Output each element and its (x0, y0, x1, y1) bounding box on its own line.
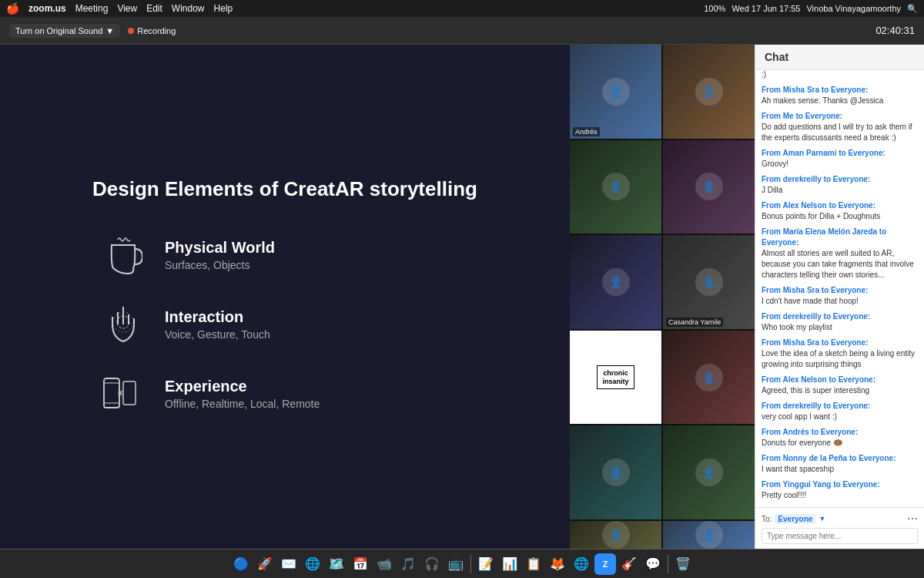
video-cell-andres: 👤 Andrés (570, 45, 661, 139)
participant-name-casandra: Casandra Yamile (666, 318, 723, 327)
chat-message: From Alex Nelson to Everyone:Bonus point… (762, 200, 918, 222)
chat-message: From Alex Nelson to Everyone:Agreed, thi… (762, 375, 918, 396)
chat-recipient-dropdown[interactable]: Everyone (775, 514, 815, 524)
chat-more-button[interactable]: ⋯ (907, 512, 918, 525)
dock-zoom[interactable]: Z (594, 553, 616, 575)
chat-message: From Nonny de la Peña to Everyone:I want… (762, 453, 918, 475)
dock-excel[interactable]: 📊 (499, 553, 521, 575)
video-cell-casandra: 👤 Casandra Yamile (663, 235, 755, 329)
chat-message: From derekreilly to Everyone:Who took my… (762, 311, 918, 333)
video-cell-p10: 👤 (663, 425, 755, 519)
phone-icon (100, 371, 146, 417)
message-text: very cool app I want :) (762, 412, 918, 422)
dock-music[interactable]: 🎵 (397, 553, 419, 575)
slide-title: Design Elements of CreatAR storytelling (92, 177, 477, 201)
message-text: @misha Good question! We found experienc… (762, 70, 918, 80)
message-text: Love the idea of a sketch being a living… (762, 348, 918, 370)
menu-edit[interactable]: Edit (146, 3, 162, 14)
message-sender: From Andrés to Everyone: (762, 427, 918, 438)
apple-menu[interactable]: 🍎 (6, 2, 19, 15)
chat-message: From derekreilly to Everyone:J Dilla (762, 174, 918, 196)
chat-message: From Jessica Hammer to Everyone:@misha G… (762, 70, 918, 80)
video-grid: 👤 Andrés 👤 👤 👤 👤 👤 Casandra Yamile chron… (570, 45, 755, 549)
dock: 🔵 🚀 ✉️ 🌐 🗺️ 📅 📹 🎵 🎧 📺 📝 📊 📋 🦊 🌐 Z 🎸 💬 🗑️ (0, 549, 924, 578)
meeting-timer: 02:40:31 (875, 25, 915, 36)
datetime: Wed 17 Jun 17:55 (732, 4, 800, 13)
svg-rect-5 (123, 381, 136, 405)
slide-items: Physical World Surfaces, Objects In (100, 232, 470, 417)
zoom-toolbar: Turn on Original Sound ▼ Recording 02:40… (0, 17, 924, 45)
message-sender: From Misha Sra to Everyone: (762, 285, 918, 296)
video-cell-p9: 👤 (570, 425, 661, 519)
dock-facetime[interactable]: 📹 (373, 553, 395, 575)
dock-powerpoint[interactable]: 📋 (523, 553, 544, 575)
chat-input[interactable] (762, 528, 918, 544)
menu-bar: 🍎 zoom.us Meeting View Edit Window Help … (0, 0, 924, 17)
dropdown-arrow-icon: ▼ (105, 26, 114, 35)
dock-mail[interactable]: ✉️ (278, 553, 300, 575)
message-text: Pretty cool!!!! (762, 490, 918, 501)
message-sender: From Alex Nelson to Everyone: (762, 200, 918, 211)
hand-icon (100, 301, 146, 348)
presentation-area: Design Elements of CreatAR storytelling (0, 45, 570, 549)
dock-finder[interactable]: 🔵 (230, 553, 252, 575)
chat-footer: To: Everyone ▼ ⋯ (755, 507, 924, 549)
chat-message: From Misha Sra to Everyone:I cdn't have … (762, 285, 918, 307)
menu-window[interactable]: Window (172, 3, 205, 14)
menu-help[interactable]: Help (214, 3, 233, 14)
message-sender: From Aman Parnami to Everyone: (762, 148, 918, 159)
video-cell-p4: 👤 (663, 140, 755, 234)
slide-item-physical: Physical World Surfaces, Objects (100, 232, 470, 278)
dropdown-arrow-icon: ▼ (819, 515, 825, 523)
recording-label: Recording (137, 26, 176, 35)
video-cell-p3: 👤 (570, 140, 661, 234)
slide-item-experience: Experience Offline, Realtime, Local, Rem… (100, 371, 470, 417)
chat-header: Chat (755, 45, 924, 70)
dock-tv[interactable]: 📺 (445, 553, 467, 575)
message-sender: From Alex Nelson to Everyone: (762, 375, 918, 385)
message-sender: From derekreilly to Everyone: (762, 401, 918, 412)
slide-text-physical: Physical World Surfaces, Objects (165, 239, 275, 271)
menu-view[interactable]: View (117, 3, 137, 14)
menu-meeting[interactable]: Meeting (75, 3, 109, 14)
app-name[interactable]: zoom.us (28, 3, 66, 14)
message-text: Who took my playlist (762, 322, 918, 333)
chat-message: From Misha Sra to Everyone:Love the idea… (762, 338, 918, 370)
video-cell-p5: 👤 (570, 235, 661, 329)
interaction-sub: Voice, Gesture, Touch (165, 328, 270, 341)
video-cell-p11: 👤 (570, 521, 661, 549)
menu-bar-left: 🍎 zoom.us Meeting View Edit Window Help (6, 2, 233, 15)
participant-name-andres: Andrés (573, 127, 600, 136)
dock-calendar[interactable]: 📅 (350, 553, 371, 575)
cup-icon (100, 232, 146, 278)
dock-spotify[interactable]: 🎸 (618, 553, 640, 575)
to-label: To: (762, 515, 772, 523)
message-sender: From Me to Everyone: (762, 111, 918, 122)
dock-trash[interactable]: 🗑️ (672, 553, 694, 575)
dock-discord[interactable]: 💬 (642, 553, 664, 575)
avatar-p12: 👤 (695, 521, 723, 549)
dock-maps[interactable]: 🗺️ (326, 553, 347, 575)
physical-sub: Surfaces, Objects (165, 259, 275, 271)
message-text: I want that spaceship (762, 464, 918, 475)
search-icon[interactable]: 🔍 (907, 4, 918, 14)
message-sender: From Misha Sra to Everyone: (762, 85, 918, 96)
chat-messages: From Jessica Hammer to Everyone:@misha G… (755, 70, 924, 507)
avatar-p10: 👤 (695, 459, 723, 486)
physical-heading: Physical World (165, 239, 275, 257)
video-cell-p12: 👤 (663, 521, 755, 549)
dock-word[interactable]: 📝 (475, 553, 497, 575)
dock-chrome[interactable]: 🌐 (571, 553, 592, 575)
dock-launchpad[interactable]: 🚀 (254, 553, 276, 575)
dock-itunes[interactable]: 🎧 (421, 553, 443, 575)
dock-safari[interactable]: 🌐 (302, 553, 323, 575)
message-text: Almost all stories are well suited to AR… (762, 248, 918, 281)
dock-firefox[interactable]: 🦊 (547, 553, 568, 575)
message-text: Do add questions and I will try to ask t… (762, 122, 918, 143)
message-sender: From derekreilly to Everyone: (762, 311, 918, 322)
chat-message: From derekreilly to Everyone:very cool a… (762, 401, 918, 422)
sound-button[interactable]: Turn on Original Sound ▼ (9, 24, 120, 38)
chronic-text: chronicinsanity (597, 365, 634, 390)
avatar-casandra: 👤 (695, 268, 723, 296)
chat-panel: Chat From Jessica Hammer to Everyone:@mi… (755, 45, 924, 549)
